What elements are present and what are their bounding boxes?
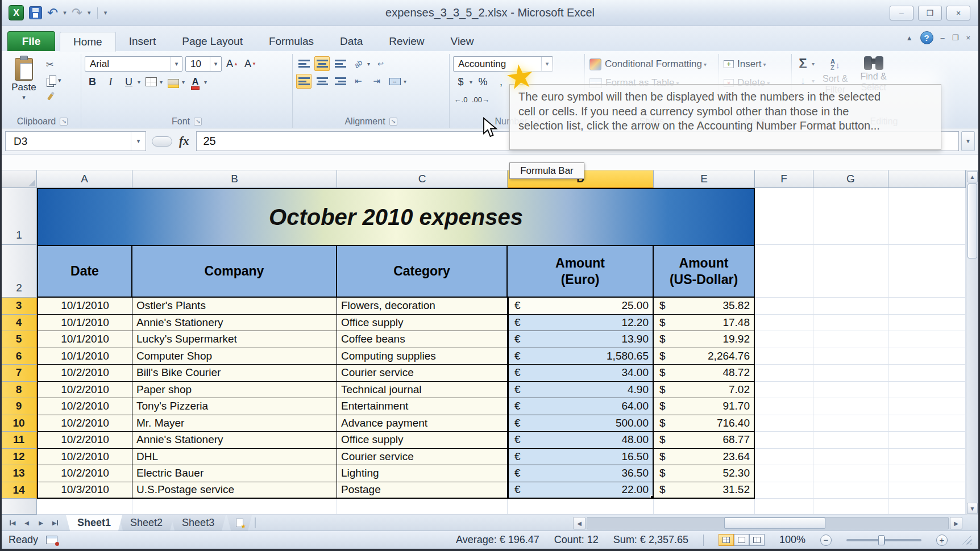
cell-e12[interactable]: $23.64 — [654, 449, 755, 466]
cell-g14[interactable] — [813, 482, 888, 499]
cell-a15[interactable] — [37, 499, 132, 515]
increase-indent-button[interactable]: ⇥ — [369, 74, 384, 89]
font-dialog-launcher-icon[interactable]: ↘ — [194, 118, 202, 126]
cell-d8[interactable]: €4.90 — [508, 382, 654, 399]
cell-d3[interactable]: €25.00 — [508, 298, 654, 315]
cell-f3[interactable] — [755, 298, 813, 315]
paste-dropdown-icon[interactable]: ▾ — [22, 94, 26, 101]
column-header-e[interactable]: E — [654, 170, 755, 188]
row-header-6[interactable]: 6 — [2, 348, 37, 365]
shrink-font-button[interactable]: A▼ — [243, 57, 258, 72]
cell-c8[interactable]: Technical journal — [337, 382, 508, 399]
cell-d13[interactable]: €36.50 — [508, 465, 654, 482]
cell-e8[interactable]: $7.02 — [654, 382, 755, 399]
orientation-dropdown-icon[interactable]: ▾ — [367, 61, 370, 67]
zoom-slider-thumb[interactable] — [878, 535, 885, 545]
font-color-button[interactable]: A — [188, 74, 203, 89]
cell-b13[interactable]: Electric Bauer — [132, 465, 337, 482]
cell-g6[interactable] — [813, 348, 888, 365]
title-banner[interactable]: October 2010 expenses — [37, 188, 755, 245]
cell-e9[interactable]: $91.70 — [654, 398, 755, 415]
column-header-b[interactable]: B — [132, 170, 337, 188]
cell-a9[interactable]: 10/2/2010 — [37, 398, 132, 415]
font-color-dropdown-icon[interactable]: ▾ — [204, 79, 207, 85]
scroll-down-icon[interactable]: ▼ — [967, 503, 978, 514]
minimize-button[interactable]: – — [890, 6, 913, 20]
help-icon[interactable]: ? — [920, 31, 933, 44]
column-header-c[interactable]: C — [337, 170, 508, 188]
cell-a10[interactable]: 10/2/2010 — [37, 415, 132, 432]
scroll-up-icon[interactable]: ▲ — [967, 171, 978, 182]
clipboard-dialog-launcher-icon[interactable]: ↘ — [60, 118, 68, 126]
row-header-11[interactable]: 11 — [2, 432, 37, 449]
cell-e10[interactable]: $716.40 — [654, 415, 755, 432]
cell-d12[interactable]: €16.50 — [508, 449, 654, 466]
cell-b4[interactable]: Annie's Stationery — [132, 315, 337, 332]
sheet-tab-sheet2[interactable]: Sheet2 — [119, 515, 174, 531]
accounting-number-format-button[interactable]: $ — [453, 74, 468, 89]
redo-button[interactable]: ↷ — [72, 6, 82, 19]
bold-button[interactable]: B — [85, 74, 100, 89]
merge-dropdown-icon[interactable]: ▾ — [404, 78, 406, 85]
cell-e3[interactable]: $35.82 — [654, 298, 755, 315]
scroll-left-icon[interactable]: ◀ — [573, 517, 585, 529]
chevron-down-icon[interactable]: ▾ — [541, 57, 553, 71]
name-box-dropdown-icon[interactable]: ▾ — [131, 132, 146, 151]
cell-c13[interactable]: Lighting — [337, 465, 508, 482]
ribbon-tab-view[interactable]: View — [438, 31, 487, 51]
cell-e4[interactable]: $17.48 — [654, 315, 755, 332]
last-sheet-button[interactable]: ▶ — [49, 517, 61, 529]
cell-d7[interactable]: €34.00 — [508, 365, 654, 382]
cell-g4[interactable] — [813, 315, 888, 332]
cell-a13[interactable]: 10/2/2010 — [37, 465, 132, 482]
formula-bar-splitter[interactable] — [152, 136, 172, 147]
previous-sheet-button[interactable]: ◀ — [20, 517, 33, 529]
decrease-decimal-button[interactable]: .00→ — [471, 92, 490, 107]
row-header-9[interactable]: 9 — [2, 398, 37, 415]
fill-dropdown-icon[interactable]: ▾ — [812, 78, 815, 84]
first-sheet-button[interactable]: ◀ — [6, 517, 19, 529]
column-header-g[interactable]: G — [813, 170, 888, 188]
align-center-button[interactable] — [314, 74, 330, 89]
cell-c11[interactable]: Office supply — [337, 432, 508, 449]
ribbon-tab-page-layout[interactable]: Page Layout — [169, 31, 256, 51]
underline-button[interactable]: U — [121, 74, 136, 89]
orientation-button[interactable]: ab — [351, 56, 366, 71]
next-sheet-button[interactable]: ▶ — [35, 517, 47, 529]
font-size-select[interactable]: 10▾ — [185, 56, 222, 72]
vertical-scroll-thumb[interactable] — [967, 183, 977, 258]
cell-c12[interactable]: Courier service — [337, 449, 508, 466]
cell-e11[interactable]: $68.77 — [654, 432, 755, 449]
row-header-12[interactable]: 12 — [2, 449, 37, 466]
cell-c7[interactable]: Courier service — [337, 365, 508, 382]
cell-d6[interactable]: €1,580.65 — [508, 348, 654, 365]
sheet-tab-sheet1[interactable]: Sheet1 — [66, 515, 122, 531]
cell-g3[interactable] — [813, 298, 888, 315]
copy-button[interactable]: ▾ — [44, 73, 67, 87]
horizontal-scroll-thumb[interactable] — [724, 517, 825, 529]
cell-a7[interactable]: 10/2/2010 — [37, 365, 132, 382]
cut-button[interactable]: ✂ — [44, 57, 67, 71]
ribbon-tab-home[interactable]: Home — [60, 32, 116, 52]
close-button[interactable]: × — [946, 6, 970, 20]
workbook-restore-icon[interactable]: ❐ — [952, 34, 959, 42]
zoom-level[interactable]: 100% — [779, 534, 805, 546]
insert-cells-button[interactable]: +Insert▾ — [722, 56, 788, 72]
excel-app-icon[interactable]: X — [9, 5, 24, 20]
cell-f15[interactable] — [755, 499, 813, 515]
row-header-10[interactable]: 10 — [2, 415, 37, 432]
cell-a12[interactable]: 10/2/2010 — [37, 449, 132, 466]
cell-e7[interactable]: $48.72 — [654, 365, 755, 382]
cell-c3[interactable]: Flowers, decoration — [337, 298, 508, 315]
name-box[interactable]: D3▾ — [5, 131, 146, 151]
select-all-corner[interactable] — [2, 170, 37, 188]
cell-c14[interactable]: Postage — [337, 482, 508, 499]
decrease-indent-button[interactable]: ⇤ — [351, 74, 366, 89]
cell-g5[interactable] — [813, 331, 888, 348]
cell-b14[interactable]: U.S.Postage service — [132, 482, 337, 499]
font-name-select[interactable]: Arial▾ — [85, 56, 182, 72]
cell-g13[interactable] — [813, 465, 888, 482]
currency-dropdown-icon[interactable]: ▾ — [470, 79, 472, 85]
alignment-dialog-launcher-icon[interactable]: ↘ — [389, 118, 397, 126]
cell-f6[interactable] — [755, 348, 813, 365]
